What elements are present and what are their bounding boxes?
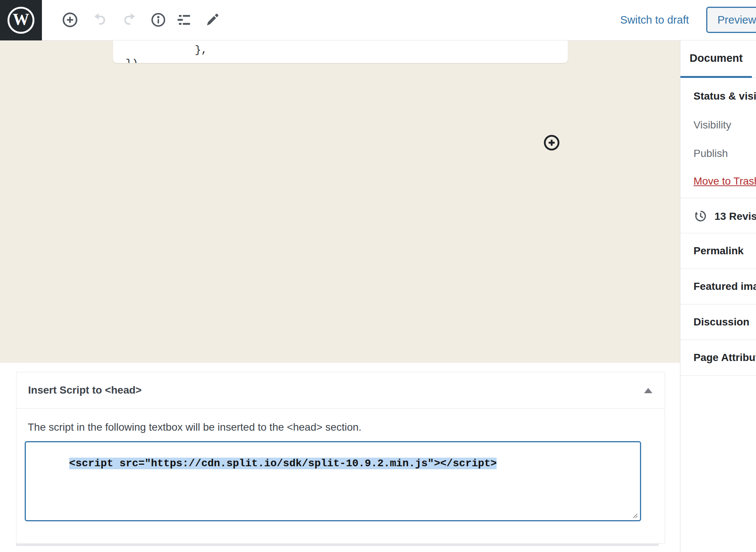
metabox-area: Insert Script to <head> The script in th…: [0, 363, 680, 552]
textarea-resize-handle[interactable]: [631, 511, 638, 519]
code-block[interactable]: }, }): [113, 40, 568, 63]
panel-permalink[interactable]: Permalink: [680, 233, 756, 269]
panel-page-attributes[interactable]: Page Attributes: [680, 340, 756, 376]
move-to-trash-link[interactable]: Move to Trash: [693, 175, 756, 187]
block-inserter-plus-icon: [543, 134, 560, 151]
block-inserter-button[interactable]: [543, 134, 560, 151]
revisions-label: 13 Revisions: [714, 210, 756, 222]
metabox-header[interactable]: Insert Script to <head>: [16, 372, 665, 409]
switch-to-draft-link[interactable]: Switch to draft: [620, 14, 689, 26]
preview-button[interactable]: Preview: [706, 7, 756, 33]
settings-sidebar: Document Status & visibility Visibility …: [680, 40, 756, 552]
undo-button[interactable]: [91, 11, 109, 29]
editor-canvas: }, }): [0, 40, 680, 363]
history-clock-icon: [694, 209, 707, 223]
wordpress-logo-button[interactable]: W: [0, 0, 42, 40]
publish-label: Publish: [693, 148, 728, 160]
next-metabox-divider: [16, 544, 659, 546]
list-view-icon: [176, 12, 192, 28]
panel-discussion[interactable]: Discussion: [680, 304, 756, 340]
wordpress-logo-icon: W: [7, 7, 34, 34]
redo-button[interactable]: [120, 11, 138, 29]
code-line: },: [113, 44, 207, 56]
script-textarea-value: <script src="https://cdn.split.io/sdk/sp…: [69, 458, 497, 469]
panel-title: Featured image: [693, 280, 756, 292]
panel-title: Page Attributes: [693, 352, 756, 364]
revisions-button[interactable]: 13 Revisions: [680, 198, 756, 233]
panel-title: Permalink: [693, 245, 744, 257]
panel-title: Discussion: [693, 316, 749, 328]
sidebar-tab-bar: Document: [680, 40, 756, 78]
panel-featured-image[interactable]: Featured image: [680, 269, 756, 304]
content-structure-button[interactable]: [149, 11, 167, 29]
metabox-description: The script in the following textbox will…: [28, 421, 362, 433]
edit-mode-button[interactable]: [203, 11, 221, 29]
add-block-icon: [62, 12, 78, 28]
add-block-button[interactable]: [61, 11, 79, 29]
redo-icon: [122, 12, 137, 27]
status-visibility-title[interactable]: Status & visibility: [693, 90, 756, 102]
collapse-triangle-icon[interactable]: [644, 388, 652, 393]
editor-top-bar: W: [0, 0, 756, 40]
list-view-button[interactable]: [175, 11, 193, 29]
visibility-label: Visibility: [693, 119, 731, 131]
edit-pencil-icon: [204, 12, 220, 28]
info-icon: [150, 12, 166, 28]
insert-script-metabox: Insert Script to <head> The script in th…: [16, 372, 665, 544]
code-line: }): [113, 58, 138, 63]
tab-document[interactable]: Document: [680, 40, 752, 78]
undo-icon: [93, 12, 108, 27]
script-textarea[interactable]: <script src="https://cdn.split.io/sdk/sp…: [25, 441, 641, 521]
metabox-title: Insert Script to <head>: [28, 384, 141, 396]
